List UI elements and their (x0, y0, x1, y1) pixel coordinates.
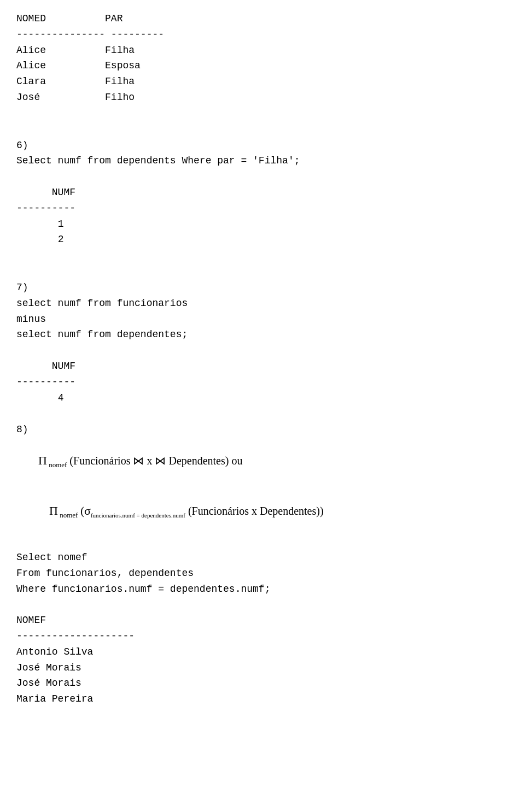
section8-row1: Antonio Silva (16, 646, 93, 657)
section6-header: NUMF (52, 187, 75, 198)
section-7: 7) select numf from funcionarios minus s… (16, 264, 509, 405)
pi-sub-2: nomef (58, 511, 78, 519)
section-6: 6) Select numf from dependents Where par… (16, 122, 509, 248)
section8-query-line3: Where funcionarios.numf = dependentes.nu… (16, 584, 270, 595)
separator2: --------- (111, 29, 164, 40)
header-nomed: NOMED (16, 13, 46, 24)
separator1: --------------- (16, 29, 105, 40)
header-par: PAR (105, 13, 122, 24)
pi-symbol-2: Π (49, 504, 58, 517)
section8-row3: José Morais (16, 678, 81, 689)
pi-symbol-1: Π (38, 454, 47, 467)
section8-label: 8) (16, 424, 28, 435)
section8-label-block: 8) (16, 422, 509, 438)
section6-row2: 2 (58, 234, 64, 245)
section7-line1: select numf from funcionarios (16, 298, 188, 309)
sigma-symbol: σ (84, 504, 91, 517)
section7-header: NUMF (52, 361, 75, 372)
section7-line2: minus (16, 314, 46, 325)
math-line1: Π nomef (Funcionários ⋈ x ⋈ Dependentes)… (38, 449, 509, 473)
math-line2: Π nomef (σfuncionarios.numf = dependente… (49, 499, 509, 523)
section8-table-separator: -------------------- (16, 631, 135, 642)
top-table-section: NOMED PAR --------------- --------- Alic… (16, 11, 509, 105)
section8-row2: José Morais (16, 662, 81, 673)
section7-content: 7) select numf from funcionarios minus s… (16, 264, 509, 405)
sigma-sub: funcionarios.numf = dependentes.numf (91, 512, 185, 519)
section6-content: 6) Select numf from dependents Where par… (16, 122, 509, 248)
section-8: 8) Π nomef (Funcionários ⋈ x ⋈ Dependent… (16, 422, 509, 707)
section8-row4: Maria Pereira (16, 693, 93, 704)
section6-row1: 1 (58, 219, 64, 230)
section6-label: 6) (16, 140, 28, 151)
section8-table-header: NOMEF (16, 615, 46, 626)
section6-query: Select numf from dependents Where par = … (16, 155, 300, 166)
section6-separator: ---------- (16, 203, 75, 214)
top-table: NOMED PAR --------------- --------- Alic… (16, 11, 509, 105)
pi-sub-1: nomef (47, 461, 67, 469)
section8-query-line1: Select nomef (16, 552, 88, 563)
section7-label: 7) (16, 282, 28, 293)
section7-row1: 4 (58, 392, 64, 403)
section7-separator: ---------- (16, 376, 75, 387)
section8-math: Π nomef (Funcionários ⋈ x ⋈ Dependentes)… (16, 449, 509, 523)
section7-line3: select numf from dependentes; (16, 329, 188, 340)
section8-query: Select nomef From funcionarios, dependen… (16, 534, 509, 707)
math-line1-text: (Funcionários ⋈ x ⋈ Dependentes) ou (69, 455, 242, 467)
section8-query-line2: From funcionarios, dependentes (16, 568, 194, 579)
math-line2-text: (Funcionários x Dependentes)) (188, 505, 324, 517)
